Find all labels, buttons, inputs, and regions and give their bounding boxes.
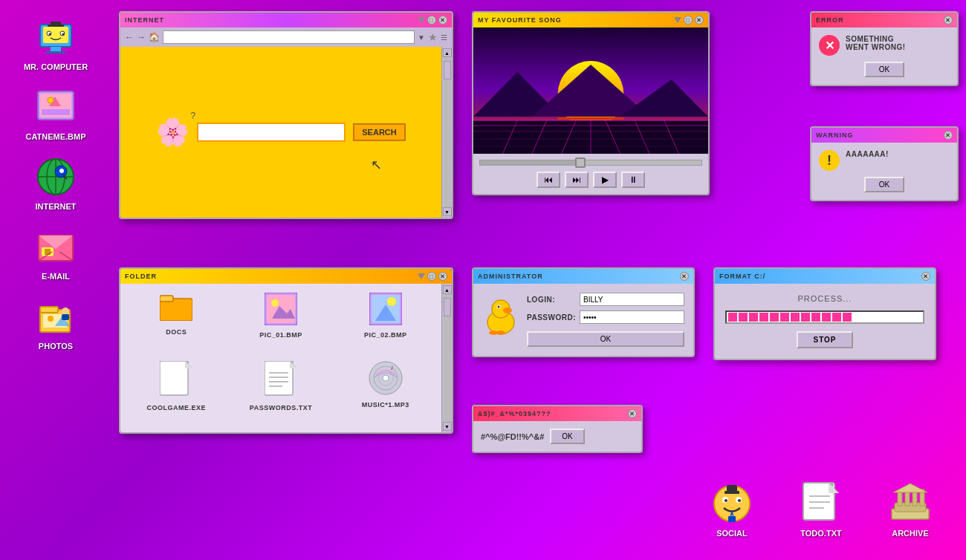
pause-button[interactable]: ⏸ (621, 172, 645, 188)
close-button[interactable]: ✕ (944, 131, 953, 140)
close-button[interactable]: ✕ (628, 409, 637, 418)
close-button[interactable]: ✕ (438, 272, 447, 281)
folder-titlebar: FOLDER □ ✕ (120, 269, 452, 284)
scroll-thumb[interactable] (444, 61, 451, 79)
folder-scrollbar[interactable]: ▲ ▼ (441, 284, 452, 432)
browser-scrollbar[interactable]: ▲ ▼ (441, 47, 452, 218)
close-button[interactable]: ✕ (944, 16, 953, 25)
search-input[interactable] (197, 123, 346, 142)
internet-titlebar: INTERNET □ ✕ (120, 13, 452, 27)
warning-content-row: ! AAAAAAA! (819, 150, 889, 171)
close-button[interactable]: ✕ (695, 16, 704, 25)
close-button[interactable]: ✕ (680, 272, 689, 281)
folder-item-passwords[interactable]: PASSWORDS.TXT (234, 361, 328, 423)
error-titlebar: ERROR ✕ (811, 13, 957, 27)
error-ok-button[interactable]: OK (864, 62, 904, 77)
folder-item-coolgame[interactable]: COOLGAME.EXE (129, 361, 224, 423)
internet-browser-window: INTERNET □ ✕ ← → 🏠 ▼ ★ ☰ 🌸 ? SEARCH ↖ (119, 11, 453, 219)
folder-item-pic02[interactable]: PIC_02.BMP (338, 293, 432, 351)
menu-button[interactable]: ☰ (441, 33, 447, 42)
weird-ok-button[interactable]: OK (550, 429, 584, 444)
close-button[interactable]: ✕ (438, 16, 447, 25)
flower-icon: 🌸 (156, 117, 189, 147)
scroll-down-button[interactable]: ▼ (443, 207, 452, 216)
passwords-icon (265, 361, 297, 401)
fast-forward-button[interactable]: ⏭ (565, 172, 589, 188)
sidebar-item-archive[interactable]: ARCHIVE (877, 481, 944, 538)
minimize-icon[interactable] (418, 17, 425, 23)
progress-block (791, 313, 800, 322)
bookmark-button[interactable]: ★ (428, 31, 438, 43)
weird-body: #^%@FD!!%^&# OK (473, 421, 641, 452)
stop-button[interactable]: STOP (797, 331, 852, 348)
scroll-thumb[interactable] (444, 298, 451, 316)
dropdown-button[interactable]: ▼ (418, 33, 425, 42)
progress-block (770, 313, 779, 322)
song-title: MY FAVOURITE SONG (478, 16, 674, 24)
archive-label: ARCHIVE (892, 529, 929, 538)
song-playback-buttons: ⏮ ⏭ ▶ ⏸ (479, 172, 702, 188)
search-area: 🌸 ? SEARCH (156, 117, 405, 148)
pic01-icon (265, 293, 297, 328)
sidebar-item-email[interactable]: E-MAIL (22, 224, 89, 281)
svg-point-85 (498, 306, 500, 308)
login-input[interactable] (580, 293, 684, 306)
rewind-button[interactable]: ⏮ (537, 172, 560, 188)
admin-window-controls: ✕ (680, 272, 689, 281)
password-label: PASSWORD: (527, 313, 575, 322)
email-icon (33, 224, 78, 269)
weird-window-controls: ✕ (628, 409, 637, 418)
internet-icon (33, 154, 78, 199)
folder-item-music[interactable]: ♪ MUSIC*1.MP3 (338, 361, 432, 423)
maximize-button[interactable]: □ (684, 16, 693, 25)
maximize-button[interactable]: □ (427, 16, 436, 25)
sunset-svg (473, 27, 708, 154)
computer-icon (33, 15, 78, 59)
sidebar-item-social[interactable]: SOCIAL (698, 481, 765, 538)
url-bar[interactable] (163, 30, 415, 44)
play-button[interactable]: ▶ (593, 172, 617, 188)
song-progress-bar[interactable] (479, 160, 702, 166)
format-titlebar: FORMAT C:/ ✕ (715, 269, 935, 284)
close-button[interactable]: ✕ (921, 272, 930, 281)
scroll-up-button[interactable]: ▲ (443, 48, 452, 57)
passwords-label: PASSWORDS.TXT (250, 404, 312, 411)
admin-ok-button[interactable]: OK (527, 331, 684, 347)
sidebar-item-internet[interactable]: INTERNET (22, 154, 89, 211)
folder-body: DOCS PIC_01.BMP (120, 284, 441, 432)
sidebar-item-photos[interactable]: PHOTOS (22, 294, 89, 351)
sidebar-item-catneme[interactable]: CATNEME.BMP (22, 85, 89, 141)
sidebar-item-mr-computer[interactable]: MR. COMPUTER (22, 15, 89, 71)
music-cd-icon: ♪ (369, 361, 403, 398)
forward-button[interactable]: → (137, 32, 146, 42)
back-button[interactable]: ← (125, 32, 134, 42)
minimize-icon[interactable] (674, 17, 681, 23)
song-progress-thumb[interactable] (575, 157, 586, 168)
folder-item-pic01[interactable]: PIC_01.BMP (234, 293, 328, 351)
progress-block (832, 313, 841, 322)
home-button[interactable]: 🏠 (149, 32, 160, 42)
folder-item-docs[interactable]: DOCS (129, 293, 224, 351)
svg-rect-13 (42, 109, 70, 115)
scroll-down-button[interactable]: ▼ (443, 422, 452, 431)
svg-rect-1 (43, 27, 68, 43)
warning-ok-button[interactable]: OK (864, 177, 904, 192)
maximize-button[interactable]: □ (427, 272, 436, 281)
search-button[interactable]: SEARCH (353, 123, 405, 141)
svg-rect-39 (558, 117, 624, 120)
weird-message: #^%@FD!!%^&# (481, 432, 544, 441)
password-input[interactable] (580, 310, 684, 324)
sidebar-item-todo[interactable]: TODO.TXT (788, 481, 855, 538)
error-body: ✕ SOMETHINGWENT WRONG! OK (811, 27, 957, 85)
svg-rect-105 (898, 491, 902, 506)
browser-content: 🌸 ? SEARCH ↖ (120, 47, 441, 218)
error-title: ERROR (816, 16, 944, 24)
svg-rect-9 (48, 25, 64, 27)
svg-point-87 (489, 331, 498, 335)
minimize-icon[interactable] (418, 273, 425, 279)
svg-marker-68 (185, 361, 192, 368)
scroll-up-button[interactable]: ▲ (443, 285, 452, 294)
folder-title: FOLDER (125, 273, 418, 280)
format-title: FORMAT C:/ (719, 273, 921, 280)
warning-body: ! AAAAAAA! OK (811, 143, 957, 200)
